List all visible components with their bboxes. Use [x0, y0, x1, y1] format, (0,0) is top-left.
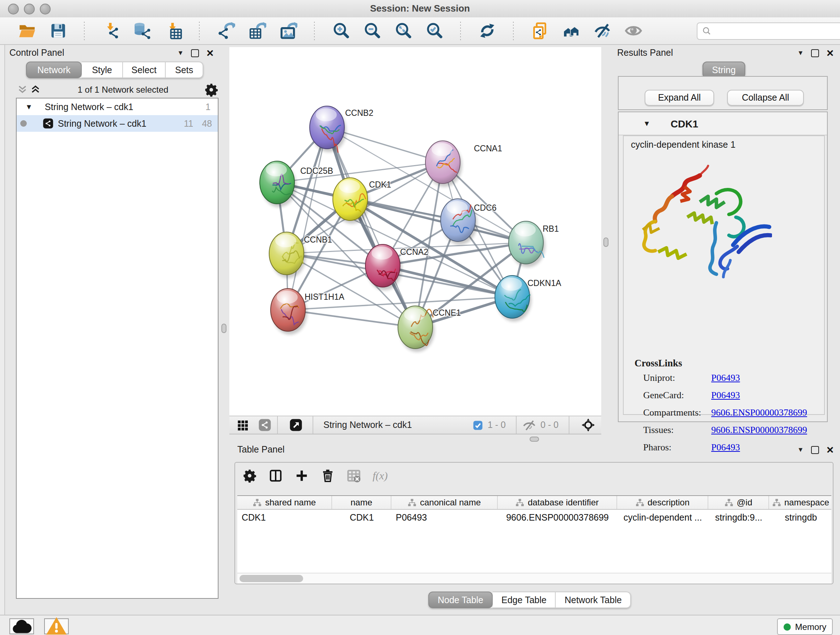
toolbar-show-panels-button[interactable]	[621, 19, 645, 43]
birdseye-toggle-icon[interactable]	[581, 418, 595, 432]
expand-all-icon[interactable]	[29, 83, 42, 96]
collapse-entry-icon[interactable]: ▼	[643, 119, 651, 127]
tab-network[interactable]: Network	[26, 62, 82, 78]
svg-text:CCNA2: CCNA2	[400, 247, 428, 257]
network-node-CCNA1[interactable]	[425, 141, 462, 187]
panel-menu-icon[interactable]: ▼	[177, 50, 184, 57]
table-horizontal-scrollbar[interactable]	[237, 573, 831, 584]
tab-node-table[interactable]: Node Table	[428, 592, 493, 608]
network-node-CDC6[interactable]	[441, 199, 477, 245]
column-header-namespace[interactable]: namespace	[769, 496, 831, 509]
toolbar-zoom-out-button[interactable]	[360, 19, 384, 43]
crosslink-value-link[interactable]: 9606.ENSP00000378699	[711, 424, 807, 436]
column-header-id[interactable]: @id	[708, 496, 769, 509]
tab-network-table[interactable]: Network Table	[556, 592, 631, 608]
network-node-CDKN1A[interactable]	[495, 276, 531, 321]
toolbar-zoom-selected-button[interactable]	[422, 19, 447, 43]
network-node-CCNB1[interactable]	[269, 232, 306, 278]
network-options-gear-icon[interactable]	[204, 82, 218, 97]
toolbar-birdseye-button[interactable]	[559, 19, 583, 43]
cloud-button[interactable]	[9, 618, 34, 634]
crosslink-value-link[interactable]: P06493	[711, 372, 740, 384]
network-graph[interactable]: CCNB2CCNA1CDC25BCDK1CDC6RB1CCNB1CCNA2CDK…	[229, 47, 601, 416]
collapse-all-button[interactable]: Collapse All	[727, 90, 804, 106]
delete-column-icon[interactable]	[321, 469, 335, 483]
toolbar-export-table-button[interactable]	[245, 19, 269, 43]
network-node-RB1[interactable]	[508, 221, 545, 267]
toolbar-save-session-button[interactable]	[46, 19, 70, 43]
memory-button[interactable]: Memory	[777, 618, 833, 635]
network-view-canvas[interactable]: CCNB2CCNA1CDC25BCDK1CDC6RB1CCNB1CCNA2CDK…	[229, 47, 601, 416]
tree-expander-icon[interactable]: ▼	[25, 103, 33, 111]
table-cell[interactable]: stringdb	[769, 510, 831, 525]
table-cell[interactable]: CDK1	[332, 510, 392, 525]
tab-style[interactable]: Style	[82, 62, 123, 78]
network-collection-row[interactable]: ▼ String Network – cdk1 1	[17, 98, 218, 115]
search-input[interactable]	[715, 25, 840, 36]
scrollbar-thumb[interactable]	[240, 575, 303, 582]
panel-float-icon[interactable]	[191, 49, 199, 57]
panel-float-icon[interactable]	[811, 49, 819, 57]
toolbar-clone-network-button[interactable]	[527, 19, 552, 43]
toolbar-export-network-button[interactable]	[213, 19, 238, 43]
network-node-HIST1H1A[interactable]	[271, 288, 307, 334]
toolbar-zoom-fit-button[interactable]	[391, 19, 415, 43]
share-view-icon[interactable]	[258, 418, 271, 432]
tab-select[interactable]: Select	[123, 62, 166, 78]
function-builder-button[interactable]: f(x)	[373, 470, 388, 482]
toolbar-import-network-button[interactable]	[98, 19, 123, 43]
network-list-toolbar: 1 of 1 Network selected	[16, 81, 218, 98]
collapse-all-icon[interactable]	[16, 83, 29, 96]
panel-menu-icon[interactable]: ▼	[797, 447, 804, 453]
panel-float-icon[interactable]	[811, 446, 819, 454]
panel-close-icon[interactable]: ✕	[826, 445, 834, 455]
grid-view-icon[interactable]	[237, 419, 249, 431]
table-cell[interactable]: P06493	[392, 510, 498, 525]
toolbar-import-table-button[interactable]	[161, 19, 185, 43]
crosslink-label: Uniprot:	[643, 372, 711, 384]
table-row[interactable]: CDK1CDK1P064939606.ENSP00000378699cyclin…	[237, 510, 831, 525]
panel-menu-icon[interactable]: ▼	[797, 50, 804, 57]
detach-view-icon[interactable]	[289, 418, 302, 432]
panel-close-icon[interactable]: ✕	[826, 49, 834, 58]
tab-edge-table[interactable]: Edge Table	[493, 592, 556, 608]
show-columns-icon[interactable]	[268, 469, 283, 483]
vertical-splitter-handle-right[interactable]	[603, 238, 608, 247]
selected-nodes-checkbox-icon[interactable]	[472, 420, 483, 431]
toolbar-hide-panels-button[interactable]	[590, 19, 614, 43]
table-settings-gear-icon[interactable]	[242, 469, 257, 483]
network-row[interactable]: String Network – cdk1 11 48	[17, 115, 218, 132]
column-header-name[interactable]: name	[332, 496, 392, 509]
search-box[interactable]	[697, 22, 840, 40]
table-cell[interactable]: cyclin-dependent ...	[617, 510, 708, 525]
expand-all-button[interactable]: Expand All	[645, 90, 714, 106]
toolbar-export-image-button[interactable]	[276, 19, 300, 43]
column-header-databaseidentifier[interactable]: database identifier	[498, 496, 617, 509]
toolbar-open-session-button[interactable]	[14, 19, 39, 43]
column-header-description[interactable]: description	[617, 496, 708, 509]
protein-header[interactable]: ▼ CDK1	[619, 112, 827, 135]
svg-text:CCNB2: CCNB2	[345, 108, 373, 118]
hidden-eye-slash-icon[interactable]	[523, 418, 536, 432]
table-cell[interactable]: stringdb:9...	[708, 510, 769, 525]
warnings-button[interactable]	[44, 618, 69, 634]
crosslink-value-link[interactable]: 9606.ENSP00000378699	[711, 407, 807, 418]
column-header-sharedname[interactable]: shared name	[237, 496, 332, 509]
add-column-icon[interactable]	[294, 469, 309, 483]
protein-structure-image	[633, 160, 772, 291]
toolbar-refresh-button[interactable]	[475, 19, 499, 43]
toolbar-zoom-in-button[interactable]	[328, 19, 353, 43]
table-cell[interactable]: CDK1	[237, 510, 332, 525]
network-node-CDK1[interactable]	[333, 178, 369, 224]
network-node-CCNE1[interactable]	[398, 306, 434, 352]
vertical-splitter-handle-left[interactable]	[221, 324, 226, 333]
network-node-CCNA2[interactable]	[365, 244, 402, 290]
column-header-canonicalname[interactable]: canonical name	[392, 496, 498, 509]
toolbar-import-database-button[interactable]	[129, 19, 154, 43]
table-cell[interactable]: 9606.ENSP00000378699	[498, 510, 617, 525]
tab-sets[interactable]: Sets	[166, 62, 203, 78]
network-node-CCNB2[interactable]	[309, 106, 346, 153]
crosslink-value-link[interactable]: P06493	[711, 390, 740, 401]
delete-table-icon[interactable]	[347, 469, 361, 483]
panel-close-icon[interactable]: ✕	[206, 49, 214, 58]
